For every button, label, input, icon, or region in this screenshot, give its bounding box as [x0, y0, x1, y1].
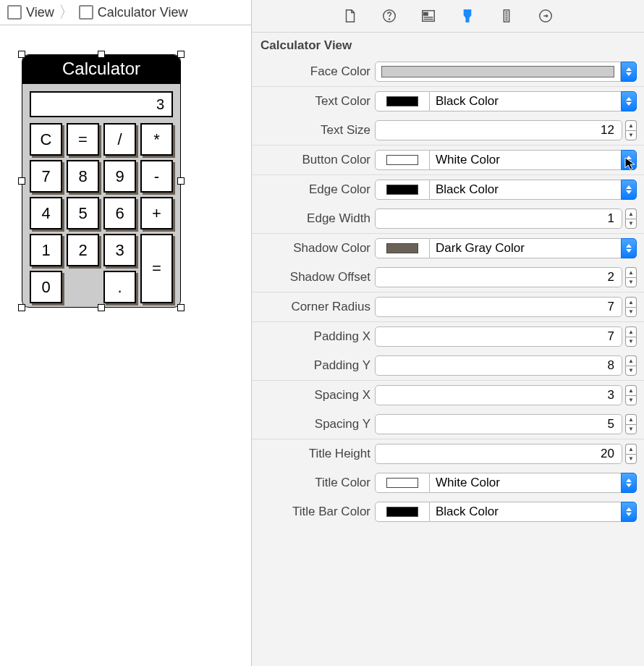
prop-label: Button Color [252, 153, 370, 167]
resize-handle[interactable] [177, 304, 185, 311]
calc-button[interactable]: 6 [103, 197, 136, 229]
attributes-inspector-icon[interactable] [459, 7, 476, 25]
file-inspector-icon[interactable] [342, 7, 359, 25]
breadcrumb-separator: 〉 [59, 4, 75, 20]
svg-point-1 [389, 19, 389, 20]
edge-color-select[interactable]: Black Color [430, 180, 621, 200]
calc-button[interactable]: 3 [103, 234, 136, 266]
dropdown-button[interactable] [621, 91, 637, 111]
padding-x-stepper[interactable]: ▲▼ [625, 326, 637, 347]
resize-handle[interactable] [177, 51, 185, 58]
resize-handle[interactable] [18, 51, 25, 58]
button-color-select[interactable]: White Color [430, 150, 621, 170]
breadcrumb-item[interactable]: View [26, 5, 54, 20]
edge-width-input[interactable]: 1 [375, 208, 622, 229]
canvas[interactable]: Calculator 3 C=/*789-456+123=0. [0, 25, 251, 666]
corner-radius-stepper[interactable]: ▲▼ [625, 297, 637, 317]
title-bar-color-select[interactable]: Black Color [430, 502, 621, 522]
padding-y-stepper[interactable]: ▲▼ [625, 355, 637, 376]
calc-button[interactable]: 4 [30, 197, 62, 229]
shadow-offset-stepper[interactable]: ▲▼ [625, 267, 637, 287]
calc-button[interactable]: 8 [67, 160, 99, 193]
spacing-x-stepper[interactable]: ▲▼ [625, 385, 637, 405]
prop-label: Text Color [252, 94, 370, 109]
color-swatch [386, 96, 418, 106]
resize-handle[interactable] [18, 177, 25, 185]
calc-button-equals[interactable]: = [140, 234, 173, 303]
view-icon [7, 5, 22, 20]
dropdown-button[interactable] [621, 62, 637, 82]
calc-button[interactable]: 1 [30, 234, 62, 266]
calculator-keypad: C=/*789-456+123=0. [30, 123, 173, 303]
color-swatch [386, 507, 418, 517]
resize-handle[interactable] [98, 304, 105, 311]
inspector-tabs [252, 0, 644, 33]
text-size-stepper[interactable]: ▲▼ [625, 120, 637, 140]
shadow-color-select[interactable]: Dark Gray Color [430, 238, 621, 258]
color-swatch [386, 185, 418, 195]
title-bar-color-well[interactable] [375, 502, 430, 522]
calculator-title: Calculator [22, 55, 180, 84]
button-color-well[interactable] [375, 150, 430, 170]
title-color-well[interactable] [375, 473, 430, 493]
resize-handle[interactable] [177, 177, 185, 185]
calculator-display: 3 [30, 91, 173, 117]
text-color-well[interactable] [375, 91, 430, 111]
calc-button[interactable]: 5 [67, 197, 99, 229]
prop-label: Spacing X [252, 388, 370, 402]
calc-button[interactable]: 0 [30, 271, 62, 303]
svg-rect-6 [466, 18, 469, 22]
calc-button[interactable]: * [140, 123, 173, 156]
inspector-title: Calculator View [252, 33, 644, 57]
resize-handle[interactable] [18, 304, 25, 311]
dropdown-button[interactable] [621, 180, 637, 200]
resize-handle[interactable] [98, 51, 105, 58]
shadow-color-well[interactable] [375, 238, 430, 258]
calc-button[interactable]: + [140, 197, 173, 229]
breadcrumb-item[interactable]: Calculator View [98, 5, 188, 20]
dropdown-button[interactable] [621, 502, 637, 522]
spacing-y-stepper[interactable]: ▲▼ [625, 414, 637, 434]
connections-inspector-icon[interactable] [537, 7, 554, 25]
color-swatch [386, 478, 418, 488]
prop-label: Face Color [252, 64, 370, 79]
breadcrumb[interactable]: View 〉 Calculator View [0, 0, 251, 25]
padding-x-input[interactable]: 7 [375, 326, 622, 347]
svg-rect-3 [424, 12, 428, 15]
text-size-input[interactable]: 12 [375, 120, 622, 140]
color-swatch [386, 243, 418, 253]
title-color-select[interactable]: White Color [430, 473, 621, 493]
spacing-x-input[interactable]: 3 [375, 385, 622, 405]
view-icon [79, 5, 93, 20]
edge-width-stepper[interactable]: ▲▼ [625, 208, 637, 229]
title-height-stepper[interactable]: ▲▼ [625, 444, 637, 464]
size-inspector-icon[interactable] [498, 7, 515, 25]
face-color-well[interactable] [375, 62, 621, 82]
dropdown-button[interactable] [621, 238, 637, 258]
prop-label: Title Bar Color [252, 505, 370, 519]
calc-button[interactable]: - [140, 160, 173, 193]
calc-button[interactable]: = [67, 123, 99, 156]
help-inspector-icon[interactable] [381, 7, 398, 25]
calc-button[interactable]: 7 [30, 160, 62, 193]
prop-label: Spacing Y [252, 417, 370, 431]
color-swatch [381, 66, 614, 77]
selection-bounds[interactable]: Calculator 3 C=/*789-456+123=0. [22, 54, 181, 308]
text-color-select[interactable]: Black Color [430, 91, 621, 111]
calc-button[interactable]: . [103, 271, 136, 303]
calc-button[interactable]: / [103, 123, 136, 156]
calc-button[interactable]: C [30, 123, 62, 156]
edge-color-well[interactable] [375, 180, 430, 200]
spacing-y-input[interactable]: 5 [375, 414, 622, 434]
corner-radius-input[interactable]: 7 [375, 297, 622, 317]
shadow-offset-input[interactable]: 2 [375, 267, 622, 287]
dropdown-button[interactable] [621, 473, 637, 493]
identity-inspector-icon[interactable] [420, 7, 437, 25]
calc-button[interactable]: 2 [67, 234, 99, 266]
calc-button[interactable]: 9 [103, 160, 136, 193]
prop-label: Corner Radius [252, 300, 370, 314]
calculator-view[interactable]: Calculator 3 C=/*789-456+123=0. [22, 54, 181, 308]
prop-label: Shadow Offset [252, 270, 370, 284]
padding-y-input[interactable]: 8 [375, 355, 622, 376]
title-height-input[interactable]: 20 [375, 444, 622, 464]
